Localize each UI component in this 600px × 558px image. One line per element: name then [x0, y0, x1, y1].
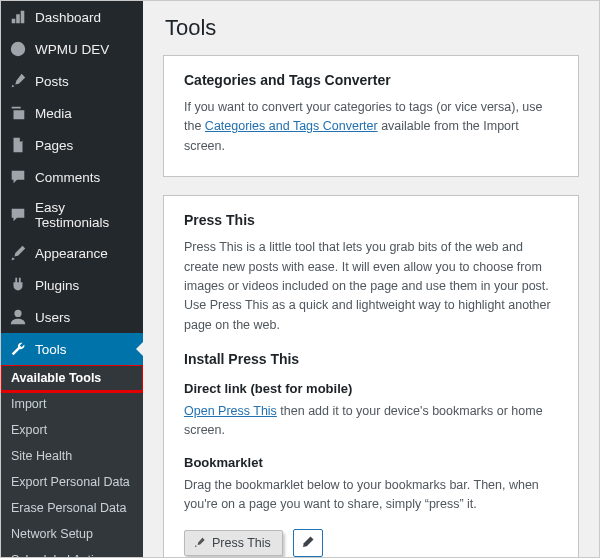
sidebar-item-comments[interactable]: Comments	[1, 161, 143, 193]
sidebar-item-label: Media	[35, 106, 72, 121]
sidebar-item-label: Plugins	[35, 278, 79, 293]
sidebar-item-posts[interactable]: Posts	[1, 65, 143, 97]
sidebar-item-tools[interactable]: Tools	[1, 333, 143, 365]
sidebar-item-wpmu-dev[interactable]: WPMU DEV	[1, 33, 143, 65]
pin-icon	[193, 536, 206, 549]
comment-icon	[9, 206, 27, 224]
comment-icon	[9, 168, 27, 186]
dashboard-icon	[9, 8, 27, 26]
sidebar-item-label: Posts	[35, 74, 69, 89]
brush-icon	[9, 244, 27, 262]
wpmu-icon	[9, 40, 27, 58]
tools-submenu: Available Tools Import Export Site Healt…	[1, 365, 143, 557]
card-heading: Categories and Tags Converter	[184, 72, 558, 88]
svg-point-1	[14, 310, 21, 317]
submenu-site-health[interactable]: Site Health	[1, 443, 143, 469]
categories-tags-converter-link[interactable]: Categories and Tags Converter	[205, 119, 378, 133]
press-this-bookmarklet[interactable]: Press This	[184, 530, 283, 556]
sidebar-item-label: Users	[35, 310, 70, 325]
sidebar-item-label: Comments	[35, 170, 100, 185]
sidebar-item-label: Easy Testimonials	[35, 200, 135, 230]
page-title: Tools	[165, 15, 579, 41]
sidebar-item-label: Pages	[35, 138, 73, 153]
card-body: If you want to convert your categories t…	[184, 98, 558, 156]
media-icon	[9, 104, 27, 122]
bookmarklet-label: Press This	[212, 536, 271, 550]
page-icon	[9, 136, 27, 154]
card-press-this: Press This Press This is a little tool t…	[163, 195, 579, 557]
submenu-erase-personal-data[interactable]: Erase Personal Data	[1, 495, 143, 521]
open-press-this-link[interactable]: Open Press This	[184, 404, 277, 418]
sidebar-item-appearance[interactable]: Appearance	[1, 237, 143, 269]
wrench-icon	[9, 340, 27, 358]
bookmarklet-row: Press This	[184, 529, 558, 557]
sidebar-item-users[interactable]: Users	[1, 301, 143, 333]
submenu-export[interactable]: Export	[1, 417, 143, 443]
admin-sidebar: Dashboard WPMU DEV Posts Media Pages Com…	[1, 1, 143, 557]
bookmarklet-heading: Bookmarklet	[184, 455, 558, 470]
svg-point-0	[11, 42, 25, 56]
sidebar-item-label: Appearance	[35, 246, 108, 261]
card-categories-tags-converter: Categories and Tags Converter If you wan…	[163, 55, 579, 177]
sidebar-item-pages[interactable]: Pages	[1, 129, 143, 161]
pin-icon	[9, 72, 27, 90]
sidebar-item-label: WPMU DEV	[35, 42, 109, 57]
submenu-export-personal-data[interactable]: Export Personal Data	[1, 469, 143, 495]
install-press-this-heading: Install Press This	[184, 351, 558, 367]
sidebar-item-label: Dashboard	[35, 10, 101, 25]
direct-link-body: Open Press This then add it to your devi…	[184, 402, 558, 441]
sidebar-item-label: Tools	[35, 342, 67, 357]
plug-icon	[9, 276, 27, 294]
press-this-description: Press This is a little tool that lets yo…	[184, 238, 558, 335]
sidebar-item-plugins[interactable]: Plugins	[1, 269, 143, 301]
direct-link-heading: Direct link (best for mobile)	[184, 381, 558, 396]
submenu-import[interactable]: Import	[1, 391, 143, 417]
submenu-scheduled-actions[interactable]: Scheduled Actions	[1, 547, 143, 557]
card-heading: Press This	[184, 212, 558, 228]
submenu-network-setup[interactable]: Network Setup	[1, 521, 143, 547]
bookmarklet-description: Drag the bookmarklet below to your bookm…	[184, 476, 558, 515]
press-this-code-button[interactable]	[293, 529, 323, 557]
pencil-icon	[300, 535, 315, 550]
sidebar-item-media[interactable]: Media	[1, 97, 143, 129]
user-icon	[9, 308, 27, 326]
submenu-available-tools[interactable]: Available Tools	[1, 365, 143, 391]
sidebar-item-dashboard[interactable]: Dashboard	[1, 1, 143, 33]
main-content: Tools Categories and Tags Converter If y…	[143, 1, 599, 557]
sidebar-item-easy-testimonials[interactable]: Easy Testimonials	[1, 193, 143, 237]
